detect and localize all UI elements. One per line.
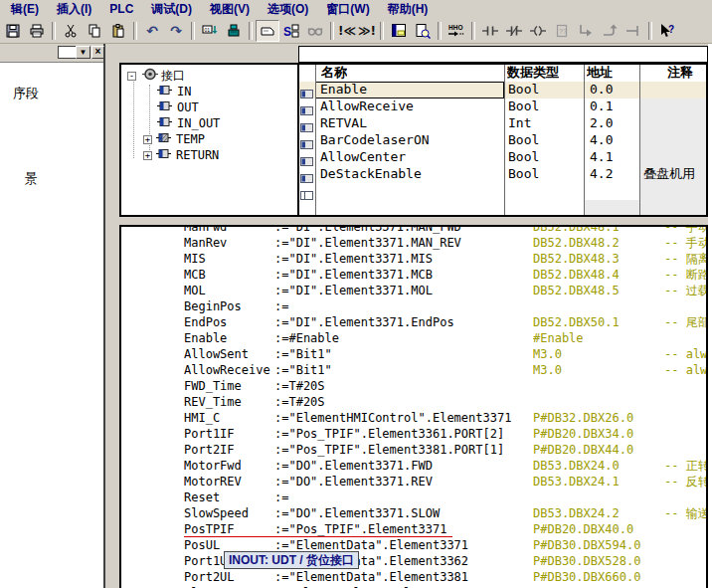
comment-cell[interactable] [639,132,706,149]
close-icon[interactable]: × [91,46,104,59]
comment-cell[interactable] [639,183,706,200]
stl-code-line[interactable]: MCB:="DI".Element3371.MCBDB52.DBX48.4-- … [121,267,706,283]
stl-code-line[interactable]: Port1IF:="Pos_TPIF".Element3361.PORT[2]P… [121,426,706,442]
stl-code-line[interactable]: MIS:="DI".Element3371.MISDB52.DBX48.3-- … [121,251,706,267]
column-header-2[interactable]: 数据类型 [507,65,559,82]
cut-button[interactable] [59,20,83,42]
overview-button[interactable] [411,20,435,42]
tree-item-in_out[interactable]: IN_OUT [121,115,220,131]
collapse-icon[interactable]: - [127,72,136,81]
download-plc-button[interactable] [222,20,246,42]
stl-code-line[interactable]: PosTPIF:="Pos_TPIF".Element3371P#DB20.DB… [121,521,706,537]
help-cursor-button[interactable]: ? [655,20,679,42]
address-cell[interactable] [584,183,639,200]
contact-nc-button[interactable] [502,20,526,42]
branch-t-button[interactable] [622,20,645,42]
table-row-empty[interactable] [299,183,706,200]
stl-code-line[interactable]: Port1UL:="ElementData".Element3362P#DB30… [121,553,706,569]
stl-code-pane[interactable]: ManFwd:="DI".Element3371.MAN_FWDDB52.DBX… [119,225,708,588]
symbolic-representation-button[interactable]: S [279,20,303,42]
name-cell[interactable]: DeStackEnable [315,166,504,183]
coil-button[interactable] [526,20,550,42]
type-cell[interactable]: Bool [504,149,584,166]
name-cell[interactable]: RETVAL [315,115,504,132]
empty-box-button[interactable]: ?? [550,20,574,42]
address-cell[interactable]: 0.1 [584,98,639,115]
address-cell[interactable]: 4.2 [584,166,639,183]
table-row[interactable]: RETVALInt2.0 [299,115,706,132]
data-view-toggle[interactable] [256,20,279,42]
menu-item-5[interactable]: 视图(V) [201,1,259,18]
stl-code-line[interactable]: MotorFwd:="DO".Element3371.FWDDB53.DBX24… [121,458,706,474]
stl-code-line[interactable]: HMI_C:="ElementHMIControl".Element3371P#… [121,410,706,426]
column-header-3[interactable]: 地址 [587,65,613,82]
table-row[interactable]: AllowCenterBool4.1 [299,149,706,166]
stl-code-line[interactable]: BeginPos:= [121,298,706,314]
previous-error-button[interactable]: !≪ [337,20,357,42]
table-row[interactable]: AllowReceiveBool0.1 [299,98,706,115]
stl-code-line[interactable]: Port2IF:="Pos_TPIF".Element3381.PORT[1]P… [121,442,706,458]
expand-icon[interactable]: + [143,151,152,160]
menu-item-4[interactable]: 调试(D) [142,1,201,18]
copy-button[interactable] [83,20,106,42]
contact-no-button[interactable] [478,20,502,42]
paste-button[interactable] [106,20,130,42]
print-button[interactable] [25,20,49,42]
stl-code-line[interactable]: EndPos:="DI".Element3371.EndPosDB52.DBX5… [121,314,706,330]
name-cell[interactable]: AllowReceive [315,98,504,115]
tree-item-temp[interactable]: +TEMP [121,131,205,147]
table-row[interactable]: DeStackEnableBool4.2叠盘机用 [299,166,706,183]
stl-code-line[interactable]: AllowReceive:="Bit1"M3.0-- alwa [121,362,706,378]
stl-code-line[interactable]: PosUL:="ElementData".Element3371P#DB30.D… [121,537,706,553]
name-cell[interactable]: AllowCenter [315,149,504,166]
type-cell[interactable]: Bool [504,82,584,98]
combo-field[interactable] [58,46,76,59]
symbol-info-button[interactable]: HHO [445,20,468,42]
column-header-4[interactable]: 注释 [667,65,693,82]
stl-code-line[interactable]: ManFwd:="DI".Element3371.MAN_FWDDB52.DBX… [121,225,706,235]
type-cell[interactable]: Int [504,115,584,132]
comment-cell[interactable]: 叠盘机用 [639,166,706,183]
undo-button[interactable]: ↶ [140,20,164,42]
next-error-button[interactable]: ≫! [357,20,377,42]
stl-code-line[interactable]: MotorREV:="DO".Element3371.REVDB53.DBX24… [121,474,706,490]
type-cell[interactable]: Bool [504,98,584,115]
expand-icon[interactable]: + [143,135,152,144]
comment-cell[interactable] [639,149,706,166]
open-branch-button[interactable] [574,20,598,42]
stl-code-line[interactable]: AllowSent:="Bit1"M3.0-- alwa [121,346,706,362]
stl-code-line[interactable]: Enable:=#Enable#Enable [121,330,706,346]
save-button[interactable] [1,20,25,42]
address-cell[interactable]: 4.0 [584,132,639,149]
window-split-button[interactable] [387,20,411,42]
stl-code-line[interactable]: Reset:= [121,490,706,505]
name-cell[interactable]: BarCodelaserON [315,132,504,149]
stl-code-line[interactable]: FWD_Time:=T#20S [121,378,706,394]
panel-item-fragment-2[interactable]: 景 [25,170,38,188]
stl-code-line[interactable]: ManRev:="DI".Element3371.MAN_REVDB52.DBX… [121,235,706,251]
menu-item-3[interactable]: PLC [100,1,142,18]
name-cell[interactable] [315,183,504,200]
comment-cell[interactable] [639,82,706,98]
menu-item-7[interactable]: 窗口(W) [317,1,378,18]
address-cell[interactable]: 0.0 [584,82,639,98]
stl-code-line[interactable]: REV_Time:=T#20S [121,394,706,410]
menu-item-8[interactable]: 帮助(H) [379,1,438,18]
table-row[interactable]: BarCodelaserONBool4.0 [299,132,706,149]
download-button[interactable]: 01 [198,20,222,42]
address-cell[interactable]: 2.0 [584,115,639,132]
tree-item-in[interactable]: IN [121,84,191,99]
tree-item-return[interactable]: +RETURN [121,147,219,163]
comment-cell[interactable] [639,115,706,132]
type-cell[interactable] [504,183,584,200]
redo-button[interactable]: ↷ [164,20,188,42]
monitor-button[interactable] [303,20,327,42]
stl-code-line[interactable]: MOL:="DI".Element3371.MOLDB52.DBX48.5-- … [121,283,706,298]
table-row[interactable]: EnableBool0.0 [299,82,706,98]
stl-code-line[interactable]: Port2UL:="ElementData".Element3381P#DB30… [121,569,706,585]
menu-item-1[interactable]: 辑(E) [2,1,48,18]
tree-item-out[interactable]: OUT [121,99,199,115]
close-branch-button[interactable] [598,20,622,42]
tree-item-interface[interactable]: -接口 [127,68,185,84]
address-cell[interactable]: 4.1 [584,149,639,166]
